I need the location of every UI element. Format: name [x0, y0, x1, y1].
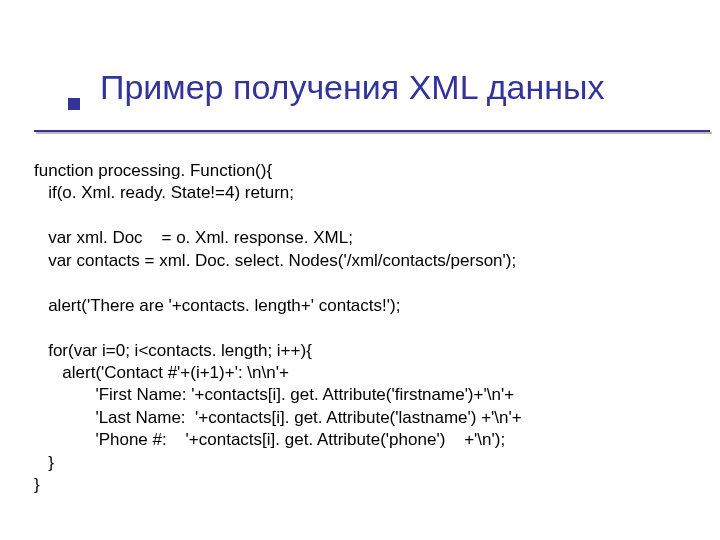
slide-title: Пример получения XML данных — [50, 68, 700, 107]
code-line: } — [34, 475, 40, 494]
slide-title-area: Пример получения XML данных — [50, 68, 700, 107]
title-bullet-icon — [68, 98, 80, 110]
title-underline — [34, 130, 710, 132]
code-line: alert('There are '+contacts. length+' co… — [34, 296, 400, 315]
code-block: function processing. Function(){ if(o. X… — [34, 160, 690, 497]
title-underline-shadow — [36, 132, 712, 134]
code-line: alert('Contact #'+(i+1)+': \n\n'+ — [34, 363, 289, 382]
code-line: 'Last Name: '+contacts[i]. get. Attribut… — [34, 408, 522, 427]
code-line: function processing. Function(){ — [34, 161, 272, 180]
code-line: var contacts = xml. Doc. select. Nodes('… — [34, 251, 516, 270]
code-line: 'Phone #: '+contacts[i]. get. Attribute(… — [34, 430, 505, 449]
code-line: var xml. Doc = o. Xml. response. XML; — [34, 228, 353, 247]
code-line: for(var i=0; i<contacts. length; i++){ — [34, 341, 312, 360]
code-line: if(o. Xml. ready. State!=4) return; — [34, 183, 294, 202]
code-line: } — [34, 453, 54, 472]
slide: Пример получения XML данных function pro… — [0, 0, 720, 540]
code-line: 'First Name: '+contacts[i]. get. Attribu… — [34, 385, 514, 404]
